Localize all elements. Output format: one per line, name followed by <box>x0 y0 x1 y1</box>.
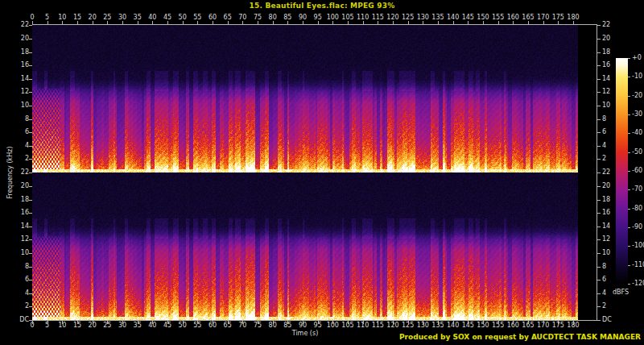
freq-tick-label: 10 <box>602 250 610 256</box>
time-tick-mark <box>258 321 258 324</box>
freq-tick-mark <box>29 79 32 80</box>
freq-tick-mark <box>29 320 32 321</box>
freq-tick-label: 18 <box>602 197 610 203</box>
colorbar-tick-mark <box>628 246 630 247</box>
time-tick-label: 70 <box>235 15 250 21</box>
freq-tick-label: 2 <box>602 156 606 162</box>
freq-tick-mark <box>597 39 601 39</box>
freq-tick-label: 12 <box>602 236 610 243</box>
freq-tick-label: 8 <box>602 116 606 123</box>
time-tick-label: 0 <box>25 15 39 21</box>
colorbar-tick-label: -50 <box>632 149 642 156</box>
freq-tick-mark <box>29 293 32 294</box>
freq-tick-mark <box>597 172 601 173</box>
freq-tick-mark <box>597 159 601 160</box>
freq-tick-label: 6 <box>11 276 29 283</box>
time-tick-label: 140 <box>446 15 460 21</box>
time-tick-mark <box>242 321 243 324</box>
time-tick-label: 105 <box>341 15 355 21</box>
colorbar-tick-mark <box>628 265 630 266</box>
colorbar-tick-label: -70 <box>632 186 642 193</box>
time-tick-mark <box>423 321 423 324</box>
time-tick-label: 25 <box>100 15 114 21</box>
freq-tick-mark <box>29 186 32 187</box>
freq-tick-mark <box>597 239 601 240</box>
colorbar-tick-mark <box>628 227 630 228</box>
freq-tick-label: 22 <box>602 169 610 176</box>
time-tick-mark <box>303 21 303 24</box>
time-tick-mark <box>183 321 184 324</box>
time-tick-label: 155 <box>491 15 506 21</box>
time-tick-mark <box>213 21 213 24</box>
freq-tick-mark <box>597 146 601 147</box>
freq-tick-label: 14 <box>602 76 610 82</box>
freq-tick-label: 4 <box>11 143 29 149</box>
freq-tick-label: 8 <box>11 116 29 123</box>
time-tick-label: 160 <box>506 15 520 21</box>
freq-tick-label: 6 <box>602 129 606 135</box>
time-tick-mark <box>228 321 229 324</box>
freq-tick-label: 16 <box>602 210 610 216</box>
freq-tick-label: 16 <box>11 62 29 69</box>
freq-tick-label: 8 <box>602 264 606 270</box>
time-tick-label: 40 <box>145 15 159 21</box>
freq-tick-mark <box>29 213 32 214</box>
time-tick-label: 20 <box>85 15 100 21</box>
colorbar-tick-label: -120 <box>632 281 644 287</box>
time-tick-mark <box>152 21 153 24</box>
freq-tick-mark <box>29 159 32 160</box>
time-tick-mark <box>258 21 258 24</box>
time-tick-label: 120 <box>386 15 400 21</box>
colorbar-tick-mark <box>628 284 630 285</box>
time-tick-mark <box>32 321 33 324</box>
time-tick-label: 175 <box>551 15 565 21</box>
time-tick-mark <box>498 21 499 24</box>
time-tick-label: 85 <box>280 15 295 21</box>
freq-tick-mark <box>29 65 32 66</box>
time-tick-mark <box>468 21 469 24</box>
freq-tick-label: 14 <box>602 223 610 230</box>
freq-tick-label: 18 <box>602 49 610 56</box>
time-tick-mark <box>558 21 559 24</box>
time-tick-mark <box>332 21 333 24</box>
freq-tick-label: 12 <box>11 89 29 95</box>
time-tick-mark <box>77 321 78 324</box>
freq-tick-mark <box>29 200 32 201</box>
time-tick-mark <box>228 21 229 24</box>
colorbar-tick-mark <box>628 114 630 115</box>
freq-tick-label: 4 <box>11 290 29 297</box>
freq-tick-label: 20 <box>11 35 29 42</box>
freq-tick-mark <box>29 39 32 39</box>
freq-tick-mark <box>597 306 601 307</box>
time-tick-mark <box>543 321 544 324</box>
colorbar-gradient <box>616 58 628 284</box>
freq-tick-mark <box>29 132 32 133</box>
freq-tick-label: 4 <box>602 290 606 297</box>
time-tick-label: 50 <box>175 15 190 21</box>
time-tick-mark <box>513 21 514 24</box>
colorbar-tick-label: -100 <box>632 243 644 249</box>
time-tick-mark <box>138 321 138 324</box>
time-tick-mark <box>122 321 123 324</box>
time-tick-mark <box>573 21 574 24</box>
time-tick-mark <box>573 321 574 324</box>
freq-tick-mark <box>29 172 32 173</box>
time-tick-mark <box>318 21 319 24</box>
freq-tick-label: 16 <box>11 210 29 216</box>
freq-tick-mark <box>29 267 32 268</box>
freq-tick-mark <box>597 267 601 268</box>
time-tick-mark <box>47 321 48 324</box>
freq-tick-mark <box>597 293 601 294</box>
colorbar-tick-mark <box>628 133 630 134</box>
freq-tick-mark <box>29 92 32 93</box>
freq-tick-mark <box>597 92 601 93</box>
time-tick-mark <box>318 321 319 324</box>
time-tick-mark <box>468 321 469 324</box>
time-tick-mark <box>197 21 198 24</box>
time-tick-mark <box>138 21 138 24</box>
freq-tick-label: 22 <box>11 169 29 176</box>
time-tick-mark <box>122 21 123 24</box>
freq-tick-label: DC <box>602 317 612 323</box>
freq-tick-mark <box>597 132 601 133</box>
freq-tick-mark <box>597 320 601 321</box>
